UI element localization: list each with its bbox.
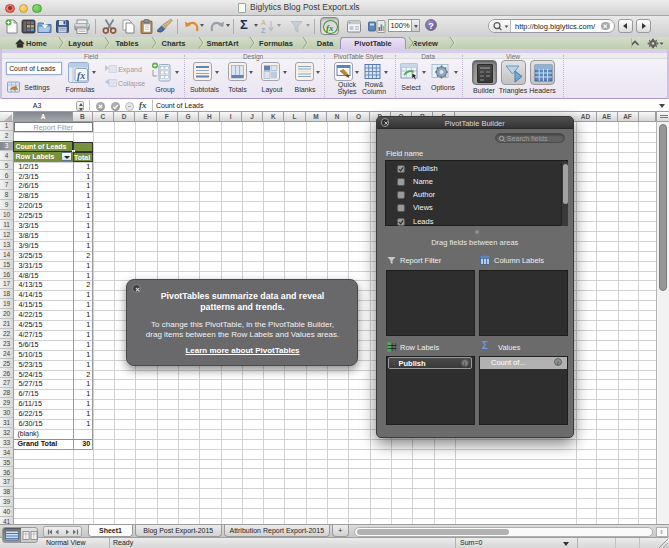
svg-text:Z: Z [261, 27, 266, 34]
svg-text:fx: fx [326, 22, 334, 32]
svg-text:fx: fx [77, 69, 85, 80]
svg-text:A: A [261, 19, 266, 26]
